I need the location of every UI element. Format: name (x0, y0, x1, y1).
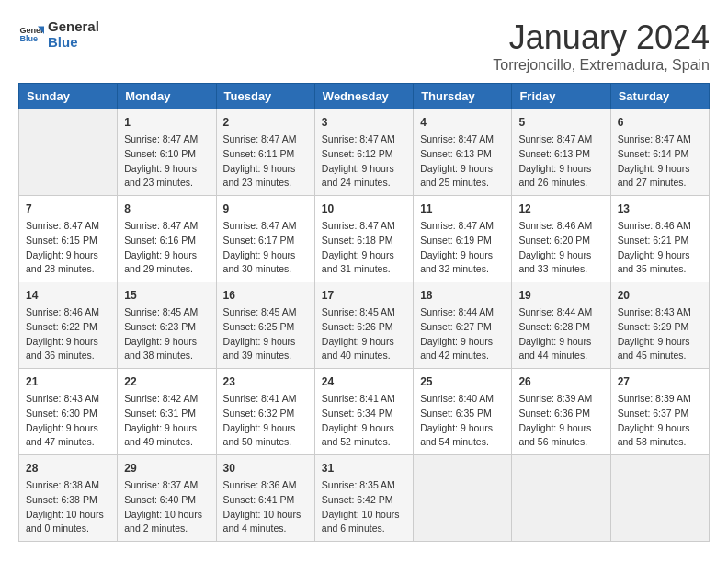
calendar-cell: 27Sunrise: 8:39 AM Sunset: 6:37 PM Dayli… (610, 369, 709, 455)
calendar-cell: 14Sunrise: 8:46 AM Sunset: 6:22 PM Dayli… (19, 282, 118, 369)
day-number: 24 (322, 373, 406, 390)
day-info: Sunrise: 8:47 AM Sunset: 6:18 PM Dayligh… (322, 219, 406, 277)
calendar-week-row: 28Sunrise: 8:38 AM Sunset: 6:38 PM Dayli… (19, 455, 710, 542)
day-number: 31 (322, 460, 406, 477)
day-number: 22 (124, 373, 209, 390)
day-info: Sunrise: 8:47 AM Sunset: 6:11 PM Dayligh… (223, 132, 308, 190)
day-info: Sunrise: 8:47 AM Sunset: 6:13 PM Dayligh… (518, 132, 603, 190)
calendar-week-row: 21Sunrise: 8:43 AM Sunset: 6:30 PM Dayli… (19, 369, 710, 455)
day-number: 1 (124, 114, 209, 131)
calendar-cell: 1Sunrise: 8:47 AM Sunset: 6:10 PM Daylig… (118, 109, 216, 196)
calendar-cell (414, 455, 512, 542)
subtitle: Torrejoncillo, Extremadura, Spain (493, 57, 710, 74)
day-number: 5 (518, 114, 603, 131)
calendar-cell: 8Sunrise: 8:47 AM Sunset: 6:16 PM Daylig… (118, 196, 216, 282)
weekday-header-row: SundayMondayTuesdayWednesdayThursdayFrid… (19, 84, 710, 109)
day-number: 12 (518, 201, 603, 217)
day-number: 4 (420, 114, 505, 131)
day-info: Sunrise: 8:37 AM Sunset: 6:40 PM Dayligh… (124, 478, 209, 536)
calendar-week-row: 7Sunrise: 8:47 AM Sunset: 6:15 PM Daylig… (19, 196, 710, 282)
day-number: 11 (420, 201, 505, 217)
day-info: Sunrise: 8:45 AM Sunset: 6:23 PM Dayligh… (124, 305, 209, 363)
calendar-cell: 2Sunrise: 8:47 AM Sunset: 6:11 PM Daylig… (216, 109, 314, 196)
calendar-cell: 19Sunrise: 8:44 AM Sunset: 6:28 PM Dayli… (512, 282, 610, 369)
day-number: 13 (618, 201, 702, 217)
day-number: 28 (26, 460, 110, 477)
day-info: Sunrise: 8:47 AM Sunset: 6:12 PM Dayligh… (322, 132, 406, 190)
calendar-cell: 16Sunrise: 8:45 AM Sunset: 6:25 PM Dayli… (216, 282, 314, 369)
calendar-cell: 9Sunrise: 8:47 AM Sunset: 6:17 PM Daylig… (216, 196, 314, 282)
day-number: 10 (322, 201, 406, 217)
day-number: 15 (124, 287, 209, 304)
logo-line1: General (48, 18, 99, 34)
logo: General Blue General Blue (18, 18, 99, 50)
day-number: 25 (420, 373, 505, 390)
day-info: Sunrise: 8:47 AM Sunset: 6:16 PM Dayligh… (124, 219, 209, 277)
day-number: 18 (420, 287, 505, 304)
day-info: Sunrise: 8:41 AM Sunset: 6:34 PM Dayligh… (322, 392, 406, 450)
day-info: Sunrise: 8:36 AM Sunset: 6:41 PM Dayligh… (223, 478, 308, 536)
calendar-cell: 25Sunrise: 8:40 AM Sunset: 6:35 PM Dayli… (414, 369, 512, 455)
day-number: 29 (124, 460, 209, 477)
calendar-cell (512, 455, 610, 542)
calendar-cell: 26Sunrise: 8:39 AM Sunset: 6:36 PM Dayli… (512, 369, 610, 455)
day-number: 23 (223, 373, 308, 390)
day-info: Sunrise: 8:45 AM Sunset: 6:26 PM Dayligh… (322, 305, 406, 363)
calendar-table: SundayMondayTuesdayWednesdayThursdayFrid… (18, 83, 710, 542)
header: General Blue General Blue January 2024 T… (18, 18, 710, 74)
calendar-cell: 7Sunrise: 8:47 AM Sunset: 6:15 PM Daylig… (19, 196, 118, 282)
day-info: Sunrise: 8:47 AM Sunset: 6:13 PM Dayligh… (420, 132, 505, 190)
day-info: Sunrise: 8:47 AM Sunset: 6:14 PM Dayligh… (618, 132, 702, 190)
calendar-cell (610, 455, 709, 542)
day-number: 30 (223, 460, 308, 477)
day-number: 14 (26, 287, 110, 304)
weekday-header-thursday: Thursday (414, 84, 512, 109)
calendar-cell: 31Sunrise: 8:35 AM Sunset: 6:42 PM Dayli… (314, 455, 413, 542)
calendar-cell (19, 109, 118, 196)
day-info: Sunrise: 8:41 AM Sunset: 6:32 PM Dayligh… (223, 392, 308, 450)
calendar-cell: 13Sunrise: 8:46 AM Sunset: 6:21 PM Dayli… (610, 196, 709, 282)
day-number: 2 (223, 114, 308, 131)
day-number: 26 (518, 373, 603, 390)
day-info: Sunrise: 8:46 AM Sunset: 6:21 PM Dayligh… (618, 219, 702, 277)
day-info: Sunrise: 8:46 AM Sunset: 6:20 PM Dayligh… (518, 219, 603, 277)
day-number: 9 (223, 201, 308, 217)
calendar-cell: 18Sunrise: 8:44 AM Sunset: 6:27 PM Dayli… (414, 282, 512, 369)
calendar-cell: 4Sunrise: 8:47 AM Sunset: 6:13 PM Daylig… (414, 109, 512, 196)
calendar-cell: 11Sunrise: 8:47 AM Sunset: 6:19 PM Dayli… (414, 196, 512, 282)
calendar-cell: 22Sunrise: 8:42 AM Sunset: 6:31 PM Dayli… (118, 369, 216, 455)
day-info: Sunrise: 8:43 AM Sunset: 6:29 PM Dayligh… (618, 305, 702, 363)
logo-icon: General Blue (18, 21, 44, 47)
day-number: 7 (26, 201, 110, 217)
calendar-cell: 28Sunrise: 8:38 AM Sunset: 6:38 PM Dayli… (19, 455, 118, 542)
day-number: 8 (124, 201, 209, 217)
calendar-body: 1Sunrise: 8:47 AM Sunset: 6:10 PM Daylig… (19, 109, 710, 542)
day-number: 16 (223, 287, 308, 304)
title-area: January 2024 Torrejoncillo, Extremadura,… (493, 18, 710, 74)
day-info: Sunrise: 8:38 AM Sunset: 6:38 PM Dayligh… (26, 478, 110, 536)
day-info: Sunrise: 8:45 AM Sunset: 6:25 PM Dayligh… (223, 305, 308, 363)
day-number: 27 (618, 373, 702, 390)
day-number: 20 (618, 287, 702, 304)
calendar-cell: 15Sunrise: 8:45 AM Sunset: 6:23 PM Dayli… (118, 282, 216, 369)
day-info: Sunrise: 8:47 AM Sunset: 6:10 PM Dayligh… (124, 132, 209, 190)
calendar-cell: 24Sunrise: 8:41 AM Sunset: 6:34 PM Dayli… (314, 369, 413, 455)
day-info: Sunrise: 8:39 AM Sunset: 6:37 PM Dayligh… (618, 392, 702, 450)
weekday-header-monday: Monday (118, 84, 216, 109)
day-info: Sunrise: 8:43 AM Sunset: 6:30 PM Dayligh… (26, 392, 110, 450)
day-info: Sunrise: 8:35 AM Sunset: 6:42 PM Dayligh… (322, 478, 406, 536)
day-number: 17 (322, 287, 406, 304)
day-info: Sunrise: 8:47 AM Sunset: 6:19 PM Dayligh… (420, 219, 505, 277)
calendar-week-row: 14Sunrise: 8:46 AM Sunset: 6:22 PM Dayli… (19, 282, 710, 369)
calendar-cell: 17Sunrise: 8:45 AM Sunset: 6:26 PM Dayli… (314, 282, 413, 369)
weekday-header-sunday: Sunday (19, 84, 118, 109)
logo-line2: Blue (48, 34, 99, 50)
calendar-cell: 23Sunrise: 8:41 AM Sunset: 6:32 PM Dayli… (216, 369, 314, 455)
weekday-header-wednesday: Wednesday (314, 84, 413, 109)
day-info: Sunrise: 8:47 AM Sunset: 6:15 PM Dayligh… (26, 219, 110, 277)
calendar-cell: 6Sunrise: 8:47 AM Sunset: 6:14 PM Daylig… (610, 109, 709, 196)
day-number: 19 (518, 287, 603, 304)
day-number: 21 (26, 373, 110, 390)
day-info: Sunrise: 8:47 AM Sunset: 6:17 PM Dayligh… (223, 219, 308, 277)
calendar-cell: 3Sunrise: 8:47 AM Sunset: 6:12 PM Daylig… (314, 109, 413, 196)
